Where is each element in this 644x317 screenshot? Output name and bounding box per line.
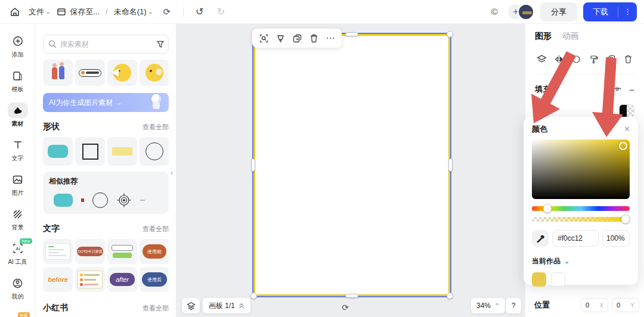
artboard-selected-shape[interactable]	[253, 34, 450, 296]
sticker-thumb[interactable]	[75, 60, 105, 86]
more-options-icon[interactable]: ⋯	[323, 30, 338, 46]
sidebar-item-mine[interactable]: 我的	[2, 272, 33, 305]
copyright-icon[interactable]: ©	[487, 4, 502, 20]
user-avatar[interactable]	[518, 4, 534, 20]
sv-cursor[interactable]	[619, 142, 627, 150]
resize-handle-bottom-right[interactable]	[447, 293, 453, 299]
board-pager[interactable]: 画板 1/1	[203, 298, 250, 313]
xhs-view-all-link[interactable]: 查看全部	[143, 304, 169, 313]
sticker-thumb[interactable]	[43, 60, 73, 86]
download-more-button[interactable]: ⋮	[618, 3, 637, 20]
position-y-input[interactable]: 0 Y	[612, 298, 639, 312]
canvas-area[interactable]: ⋯ 画板 1/1 ⟳ 34% ⌃ ?	[176, 24, 525, 317]
filter-funnel-icon[interactable]	[156, 40, 165, 48]
similar-thumb-circle[interactable]	[92, 192, 108, 208]
resize-handle-top[interactable]	[345, 32, 358, 36]
sidebar-item-text[interactable]: 文字	[2, 133, 33, 167]
alpha-slider[interactable]	[532, 217, 630, 222]
search-similar-icon[interactable]	[256, 30, 271, 46]
file-menu[interactable]: 文件 ⌄	[29, 7, 51, 17]
sync-icon[interactable]: ⟳	[159, 4, 175, 20]
similar-thumb-rounded-rect[interactable]	[54, 194, 73, 207]
layers-button[interactable]	[182, 298, 200, 313]
sticker-thumb[interactable]	[107, 60, 137, 86]
copy-icon[interactable]	[604, 52, 617, 66]
shape-thumb-rounded-rect[interactable]	[43, 137, 73, 166]
sidebar-item-add[interactable]: 添加	[2, 30, 33, 63]
resize-handle-right[interactable]	[448, 158, 453, 172]
text-sticker-thumb[interactable]: 使用后	[140, 267, 169, 292]
similar-thumb-dot[interactable]	[81, 198, 84, 202]
eyedropper-icon[interactable]	[532, 230, 549, 247]
search-input[interactable]	[60, 40, 153, 48]
current-doc-colors-toggle[interactable]: 当前作品 ⌄	[532, 256, 630, 266]
layer-order-icon[interactable]	[535, 52, 548, 66]
flip-icon[interactable]	[552, 52, 565, 66]
asset-search[interactable]	[43, 35, 169, 54]
text-sticker-thumb[interactable]: OOTD今日穿搭	[75, 239, 105, 264]
shape-thumb-rectangle[interactable]	[107, 137, 137, 166]
sidebar-item-images[interactable]: 图片	[2, 168, 33, 201]
color-row: 颜色	[535, 104, 634, 117]
doc-swatch-yellow[interactable]	[532, 272, 546, 287]
text-sticker-thumb[interactable]	[75, 267, 105, 292]
doc-swatch-white[interactable]	[551, 272, 565, 287]
assets-brush-icon	[8, 102, 28, 118]
sidebar-item-ai-tools[interactable]: New AI AI 工具	[2, 237, 33, 271]
vectorize-pen-icon[interactable]	[273, 30, 288, 46]
download-button[interactable]: 下载	[583, 2, 618, 21]
text-sticker-thumb[interactable]: before	[43, 267, 73, 292]
zoom-control[interactable]: 34% ⌃	[471, 298, 505, 313]
help-button[interactable]: ?	[506, 298, 521, 313]
sidebar-item-upgrade[interactable]: 升级	[2, 315, 33, 317]
image-icon	[8, 172, 28, 187]
saturation-value-area[interactable]	[532, 139, 630, 199]
hue-slider-handle[interactable]	[543, 204, 552, 213]
tab-shape[interactable]: 图形	[535, 31, 552, 42]
text-sticker-thumb[interactable]: after	[107, 267, 137, 292]
visibility-eye-icon[interactable]	[612, 85, 622, 94]
position-x-input[interactable]: 0 X	[581, 298, 608, 312]
style-roller-icon[interactable]	[587, 52, 600, 66]
shape-thumb-square[interactable]	[75, 137, 105, 166]
color-swatch[interactable]	[619, 104, 634, 117]
delete-icon[interactable]	[306, 30, 321, 46]
text-sticker-thumb[interactable]: 使用前	[140, 239, 169, 264]
sticker-thumb[interactable]	[140, 60, 169, 86]
rotate-handle-icon[interactable]: ⟳	[340, 303, 350, 312]
similar-thumb-crosshair[interactable]	[116, 192, 132, 208]
alpha-slider-handle[interactable]	[621, 215, 630, 223]
close-icon[interactable]: ×	[624, 125, 630, 134]
sidebar-item-assets[interactable]: 素材	[2, 99, 33, 132]
resize-handle-left[interactable]	[251, 158, 255, 172]
shape-thumb-circle[interactable]	[140, 137, 169, 166]
share-button[interactable]: 分享	[540, 2, 577, 21]
text-sticker-thumb[interactable]	[43, 239, 73, 264]
doc-name-control[interactable]: 未命名(1) ⌄	[114, 7, 153, 17]
panel-collapse-button[interactable]: ‹	[171, 164, 177, 181]
tab-animation[interactable]: 动画	[562, 31, 579, 42]
ai-generate-banner[interactable]: AI为你生成图片素材 →	[43, 93, 169, 112]
hex-color-input[interactable]	[552, 230, 599, 247]
shapes-view-all-link[interactable]: 查看全部	[143, 123, 169, 132]
resize-handle-bottom-left[interactable]	[250, 293, 257, 299]
text-sticker-thumb[interactable]	[107, 239, 137, 264]
duplicate-icon[interactable]	[289, 30, 305, 46]
home-icon[interactable]	[7, 4, 23, 20]
resize-handle-bottom[interactable]	[345, 294, 358, 298]
trash-icon[interactable]	[621, 52, 634, 66]
text-view-all-link[interactable]: 查看全部	[143, 225, 169, 234]
remove-fill-icon[interactable]: −	[629, 85, 634, 95]
sidebar-item-templates[interactable]: 模板	[2, 64, 33, 98]
hue-slider[interactable]	[532, 206, 630, 211]
download-split-button: 下载 ⋮	[583, 2, 637, 21]
redo-button[interactable]: ↻	[213, 4, 229, 20]
save-to-control[interactable]: 保存至...	[57, 7, 100, 17]
save-to-label: 保存至...	[70, 7, 100, 17]
resize-handle-top-right[interactable]	[447, 31, 453, 38]
opacity-input[interactable]	[602, 230, 630, 247]
similar-thumb-dash[interactable]	[140, 200, 145, 201]
undo-button[interactable]: ↺	[192, 4, 208, 20]
hidden-icon[interactable]	[569, 52, 583, 66]
sidebar-item-background[interactable]: 背景	[2, 203, 33, 236]
